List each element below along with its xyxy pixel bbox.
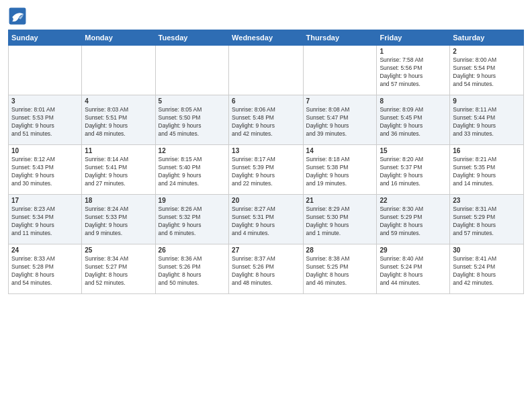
header — [8, 7, 524, 26]
day-number: 5 — [159, 97, 226, 105]
day-info: Sunrise: 8:36 AM Sunset: 5:26 PM Dayligh… — [159, 255, 226, 287]
weekday-header-wednesday: Wednesday — [229, 30, 303, 46]
day-number: 15 — [380, 147, 447, 154]
day-info: Sunrise: 8:06 AM Sunset: 5:48 PM Dayligh… — [232, 106, 300, 138]
day-info: Sunrise: 8:23 AM Sunset: 5:34 PM Dayligh… — [11, 205, 79, 238]
calendar-cell: 26Sunrise: 8:36 AM Sunset: 5:26 PM Dayli… — [155, 244, 228, 294]
calendar-cell — [303, 46, 377, 95]
calendar-week-row: 17Sunrise: 8:23 AM Sunset: 5:34 PM Dayli… — [9, 195, 524, 244]
day-number: 21 — [306, 197, 374, 204]
day-number: 12 — [159, 147, 226, 154]
weekday-header-thursday: Thursday — [303, 30, 377, 46]
day-number: 20 — [232, 197, 300, 204]
calendar-header-row: SundayMondayTuesdayWednesdayThursdayFrid… — [9, 30, 524, 46]
day-number: 23 — [453, 197, 521, 204]
day-info: Sunrise: 8:12 AM Sunset: 5:43 PM Dayligh… — [11, 156, 79, 188]
day-info: Sunrise: 7:58 AM Sunset: 5:56 PM Dayligh… — [380, 56, 447, 89]
day-number: 2 — [453, 48, 521, 55]
calendar-cell: 17Sunrise: 8:23 AM Sunset: 5:34 PM Dayli… — [9, 195, 82, 244]
calendar-cell: 8Sunrise: 8:09 AM Sunset: 5:45 PM Daylig… — [377, 95, 450, 145]
calendar-cell: 12Sunrise: 8:15 AM Sunset: 5:40 PM Dayli… — [155, 145, 228, 195]
day-info: Sunrise: 8:33 AM Sunset: 5:28 PM Dayligh… — [11, 255, 79, 287]
calendar-cell: 6Sunrise: 8:06 AM Sunset: 5:48 PM Daylig… — [229, 95, 303, 145]
weekday-header-tuesday: Tuesday — [155, 30, 228, 46]
calendar-cell: 28Sunrise: 8:38 AM Sunset: 5:25 PM Dayli… — [303, 244, 377, 294]
day-number: 18 — [85, 197, 152, 204]
calendar-week-row: 3Sunrise: 8:01 AM Sunset: 5:53 PM Daylig… — [9, 95, 524, 145]
logo — [8, 7, 30, 26]
day-number: 17 — [11, 197, 79, 204]
day-number: 24 — [11, 246, 79, 254]
day-info: Sunrise: 8:14 AM Sunset: 5:41 PM Dayligh… — [85, 156, 152, 188]
calendar-cell — [229, 46, 303, 95]
day-info: Sunrise: 8:38 AM Sunset: 5:25 PM Dayligh… — [306, 255, 374, 287]
calendar-week-row: 24Sunrise: 8:33 AM Sunset: 5:28 PM Dayli… — [9, 244, 524, 294]
day-info: Sunrise: 8:01 AM Sunset: 5:53 PM Dayligh… — [11, 106, 79, 138]
calendar-cell: 15Sunrise: 8:20 AM Sunset: 5:37 PM Dayli… — [377, 145, 450, 195]
calendar-week-row: 1Sunrise: 7:58 AM Sunset: 5:56 PM Daylig… — [9, 46, 524, 95]
day-number: 13 — [232, 147, 300, 154]
day-number: 14 — [306, 147, 374, 154]
day-info: Sunrise: 8:31 AM Sunset: 5:29 PM Dayligh… — [453, 205, 521, 238]
calendar-cell: 30Sunrise: 8:41 AM Sunset: 5:24 PM Dayli… — [450, 244, 524, 294]
day-number: 26 — [159, 246, 226, 254]
day-info: Sunrise: 8:40 AM Sunset: 5:24 PM Dayligh… — [380, 255, 447, 287]
calendar-week-row: 10Sunrise: 8:12 AM Sunset: 5:43 PM Dayli… — [9, 145, 524, 195]
calendar-cell: 18Sunrise: 8:24 AM Sunset: 5:33 PM Dayli… — [82, 195, 155, 244]
page-container: SundayMondayTuesdayWednesdayThursdayFrid… — [0, 0, 532, 300]
calendar-cell: 27Sunrise: 8:37 AM Sunset: 5:26 PM Dayli… — [229, 244, 303, 294]
day-number: 11 — [85, 147, 152, 154]
day-info: Sunrise: 8:21 AM Sunset: 5:35 PM Dayligh… — [453, 156, 521, 188]
day-info: Sunrise: 8:30 AM Sunset: 5:29 PM Dayligh… — [380, 205, 447, 238]
weekday-header-monday: Monday — [82, 30, 155, 46]
calendar-cell: 20Sunrise: 8:27 AM Sunset: 5:31 PM Dayli… — [229, 195, 303, 244]
calendar-cell: 5Sunrise: 8:05 AM Sunset: 5:50 PM Daylig… — [155, 95, 228, 145]
logo-icon — [8, 7, 27, 26]
calendar-cell: 22Sunrise: 8:30 AM Sunset: 5:29 PM Dayli… — [377, 195, 450, 244]
calendar-cell: 7Sunrise: 8:08 AM Sunset: 5:47 PM Daylig… — [303, 95, 377, 145]
calendar-cell: 9Sunrise: 8:11 AM Sunset: 5:44 PM Daylig… — [450, 95, 524, 145]
day-info: Sunrise: 8:27 AM Sunset: 5:31 PM Dayligh… — [232, 205, 300, 238]
day-info: Sunrise: 8:34 AM Sunset: 5:27 PM Dayligh… — [85, 255, 152, 287]
day-info: Sunrise: 8:09 AM Sunset: 5:45 PM Dayligh… — [380, 106, 447, 138]
calendar-cell: 2Sunrise: 8:00 AM Sunset: 5:54 PM Daylig… — [450, 46, 524, 95]
day-info: Sunrise: 8:05 AM Sunset: 5:50 PM Dayligh… — [159, 106, 226, 138]
weekday-header-sunday: Sunday — [9, 30, 82, 46]
calendar-cell: 13Sunrise: 8:17 AM Sunset: 5:39 PM Dayli… — [229, 145, 303, 195]
day-number: 29 — [380, 246, 447, 254]
day-info: Sunrise: 8:26 AM Sunset: 5:32 PM Dayligh… — [159, 205, 226, 238]
calendar-cell — [155, 46, 228, 95]
day-info: Sunrise: 8:24 AM Sunset: 5:33 PM Dayligh… — [85, 205, 152, 238]
day-number: 7 — [306, 97, 374, 105]
day-number: 4 — [85, 97, 152, 105]
day-info: Sunrise: 8:03 AM Sunset: 5:51 PM Dayligh… — [85, 106, 152, 138]
day-number: 8 — [380, 97, 447, 105]
calendar-cell: 11Sunrise: 8:14 AM Sunset: 5:41 PM Dayli… — [82, 145, 155, 195]
calendar-cell: 23Sunrise: 8:31 AM Sunset: 5:29 PM Dayli… — [450, 195, 524, 244]
day-number: 3 — [11, 97, 79, 105]
day-number: 28 — [306, 246, 374, 254]
day-info: Sunrise: 8:41 AM Sunset: 5:24 PM Dayligh… — [453, 255, 521, 287]
day-info: Sunrise: 8:17 AM Sunset: 5:39 PM Dayligh… — [232, 156, 300, 188]
day-number: 22 — [380, 197, 447, 204]
weekday-header-friday: Friday — [377, 30, 450, 46]
day-number: 27 — [232, 246, 300, 254]
calendar-cell — [82, 46, 155, 95]
day-info: Sunrise: 8:08 AM Sunset: 5:47 PM Dayligh… — [306, 106, 374, 138]
day-number: 10 — [11, 147, 79, 154]
day-info: Sunrise: 8:37 AM Sunset: 5:26 PM Dayligh… — [232, 255, 300, 287]
day-number: 30 — [453, 246, 521, 254]
day-info: Sunrise: 8:29 AM Sunset: 5:30 PM Dayligh… — [306, 205, 374, 238]
calendar-cell: 4Sunrise: 8:03 AM Sunset: 5:51 PM Daylig… — [82, 95, 155, 145]
day-number: 6 — [232, 97, 300, 105]
calendar-cell: 24Sunrise: 8:33 AM Sunset: 5:28 PM Dayli… — [9, 244, 82, 294]
calendar-cell: 10Sunrise: 8:12 AM Sunset: 5:43 PM Dayli… — [9, 145, 82, 195]
calendar-cell: 25Sunrise: 8:34 AM Sunset: 5:27 PM Dayli… — [82, 244, 155, 294]
calendar-cell: 29Sunrise: 8:40 AM Sunset: 5:24 PM Dayli… — [377, 244, 450, 294]
calendar-cell: 3Sunrise: 8:01 AM Sunset: 5:53 PM Daylig… — [9, 95, 82, 145]
day-info: Sunrise: 8:15 AM Sunset: 5:40 PM Dayligh… — [159, 156, 226, 188]
day-number: 9 — [453, 97, 521, 105]
day-number: 16 — [453, 147, 521, 154]
calendar-table: SundayMondayTuesdayWednesdayThursdayFrid… — [8, 30, 524, 294]
calendar-cell: 14Sunrise: 8:18 AM Sunset: 5:38 PM Dayli… — [303, 145, 377, 195]
